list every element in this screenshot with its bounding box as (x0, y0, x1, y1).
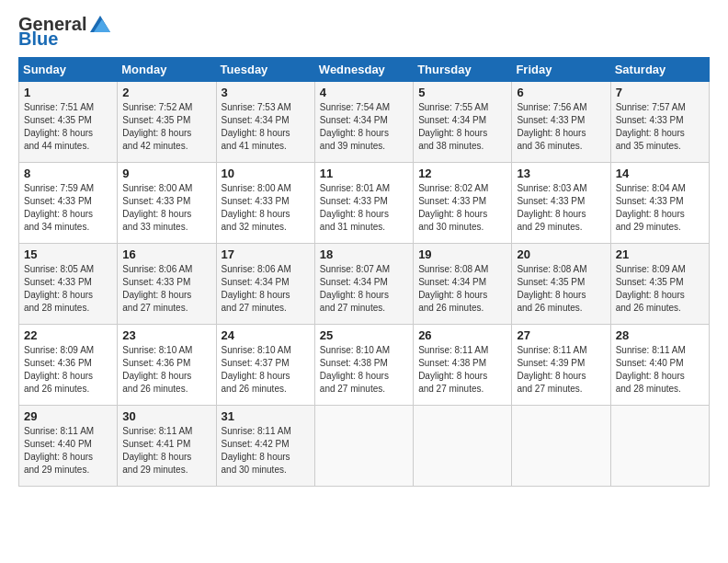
page: General Blue SundayMondayTuesdayWednesda… (0, 0, 728, 563)
calendar-table: SundayMondayTuesdayWednesdayThursdayFrid… (18, 57, 710, 487)
calendar-cell: 26Sunrise: 8:11 AMSunset: 4:38 PMDayligh… (414, 325, 512, 406)
day-info: Sunrise: 8:00 AMSunset: 4:33 PMDaylight:… (122, 183, 192, 232)
day-number: 20 (517, 247, 605, 261)
day-number: 1 (24, 86, 112, 99)
calendar-cell: 23Sunrise: 8:10 AMSunset: 4:36 PMDayligh… (118, 325, 216, 406)
day-number: 7 (616, 86, 704, 99)
calendar-cell: 29Sunrise: 8:11 AMSunset: 4:40 PMDayligh… (19, 406, 118, 487)
day-info: Sunrise: 8:11 AMSunset: 4:41 PMDaylight:… (122, 426, 192, 475)
calendar-cell: 28Sunrise: 8:11 AMSunset: 4:40 PMDayligh… (610, 325, 709, 406)
day-number: 9 (122, 167, 210, 180)
day-number: 3 (222, 86, 310, 99)
day-number: 17 (222, 247, 310, 261)
calendar-week-1: 1Sunrise: 7:51 AMSunset: 4:35 PMDaylight… (19, 82, 710, 163)
day-info: Sunrise: 8:08 AMSunset: 4:35 PMDaylight:… (517, 264, 586, 313)
calendar-cell: 31Sunrise: 8:11 AMSunset: 4:42 PMDayligh… (216, 406, 314, 487)
day-info: Sunrise: 8:04 AMSunset: 4:33 PMDaylight:… (616, 183, 686, 232)
calendar-cell: 22Sunrise: 8:09 AMSunset: 4:36 PMDayligh… (19, 325, 118, 406)
day-info: Sunrise: 8:08 AMSunset: 4:34 PMDaylight:… (418, 264, 488, 313)
day-info: Sunrise: 7:55 AMSunset: 4:34 PMDaylight:… (418, 102, 488, 151)
day-number: 24 (222, 328, 310, 342)
day-info: Sunrise: 8:10 AMSunset: 4:38 PMDaylight:… (320, 345, 390, 394)
day-number: 27 (517, 328, 605, 342)
day-number: 11 (320, 167, 408, 180)
day-info: Sunrise: 8:11 AMSunset: 4:42 PMDaylight:… (222, 426, 291, 475)
day-info: Sunrise: 8:10 AMSunset: 4:37 PMDaylight:… (222, 345, 291, 394)
header-day-monday: Monday (118, 58, 216, 82)
calendar-cell: 7Sunrise: 7:57 AMSunset: 4:33 PMDaylight… (610, 82, 709, 163)
calendar-cell: 1Sunrise: 7:51 AMSunset: 4:35 PMDaylight… (19, 82, 118, 163)
calendar-cell: 2Sunrise: 7:52 AMSunset: 4:35 PMDaylight… (118, 82, 216, 163)
calendar-cell: 6Sunrise: 7:56 AMSunset: 4:33 PMDaylight… (512, 82, 610, 163)
day-info: Sunrise: 8:09 AMSunset: 4:36 PMDaylight:… (24, 345, 94, 394)
calendar-cell (512, 406, 610, 487)
calendar-cell: 19Sunrise: 8:08 AMSunset: 4:34 PMDayligh… (414, 244, 512, 325)
day-info: Sunrise: 8:09 AMSunset: 4:35 PMDaylight:… (616, 264, 686, 313)
calendar-cell: 13Sunrise: 8:03 AMSunset: 4:33 PMDayligh… (512, 163, 610, 244)
day-info: Sunrise: 8:07 AMSunset: 4:34 PMDaylight:… (320, 264, 390, 313)
calendar-week-4: 22Sunrise: 8:09 AMSunset: 4:36 PMDayligh… (19, 325, 710, 406)
calendar-week-2: 8Sunrise: 7:59 AMSunset: 4:33 PMDaylight… (19, 163, 710, 244)
day-number: 6 (517, 86, 605, 99)
day-info: Sunrise: 7:56 AMSunset: 4:33 PMDaylight:… (517, 102, 586, 151)
calendar-cell: 16Sunrise: 8:06 AMSunset: 4:33 PMDayligh… (118, 244, 216, 325)
day-number: 25 (320, 328, 408, 342)
calendar-cell: 17Sunrise: 8:06 AMSunset: 4:34 PMDayligh… (216, 244, 314, 325)
header-day-tuesday: Tuesday (216, 58, 314, 82)
calendar-cell (610, 406, 709, 487)
day-number: 31 (222, 409, 310, 423)
calendar-cell: 27Sunrise: 8:11 AMSunset: 4:39 PMDayligh… (512, 325, 610, 406)
calendar-cell: 10Sunrise: 8:00 AMSunset: 4:33 PMDayligh… (216, 163, 314, 244)
day-number: 30 (122, 409, 210, 423)
day-info: Sunrise: 8:02 AMSunset: 4:33 PMDaylight:… (418, 183, 488, 232)
day-info: Sunrise: 8:11 AMSunset: 4:40 PMDaylight:… (24, 426, 94, 475)
calendar-cell: 30Sunrise: 8:11 AMSunset: 4:41 PMDayligh… (118, 406, 216, 487)
day-number: 4 (320, 86, 408, 99)
calendar-cell: 14Sunrise: 8:04 AMSunset: 4:33 PMDayligh… (610, 163, 709, 244)
day-info: Sunrise: 8:06 AMSunset: 4:33 PMDaylight:… (122, 264, 192, 313)
calendar-cell: 20Sunrise: 8:08 AMSunset: 4:35 PMDayligh… (512, 244, 610, 325)
calendar-cell: 5Sunrise: 7:55 AMSunset: 4:34 PMDaylight… (414, 82, 512, 163)
calendar-week-3: 15Sunrise: 8:05 AMSunset: 4:33 PMDayligh… (19, 244, 710, 325)
day-info: Sunrise: 7:54 AMSunset: 4:34 PMDaylight:… (320, 102, 390, 151)
day-info: Sunrise: 8:11 AMSunset: 4:40 PMDaylight:… (616, 345, 686, 394)
day-number: 21 (616, 247, 704, 261)
header-day-saturday: Saturday (610, 58, 709, 82)
day-number: 19 (418, 247, 506, 261)
day-info: Sunrise: 8:03 AMSunset: 4:33 PMDaylight:… (517, 183, 586, 232)
logo: General Blue (18, 15, 110, 48)
day-number: 12 (418, 167, 506, 180)
calendar-cell: 9Sunrise: 8:00 AMSunset: 4:33 PMDaylight… (118, 163, 216, 244)
header: General Blue (18, 15, 710, 48)
day-number: 22 (24, 328, 112, 342)
day-number: 13 (517, 167, 605, 180)
day-info: Sunrise: 8:10 AMSunset: 4:36 PMDaylight:… (122, 345, 192, 394)
calendar-cell: 21Sunrise: 8:09 AMSunset: 4:35 PMDayligh… (610, 244, 709, 325)
calendar-cell: 18Sunrise: 8:07 AMSunset: 4:34 PMDayligh… (314, 244, 413, 325)
day-number: 10 (222, 167, 310, 180)
day-info: Sunrise: 8:11 AMSunset: 4:39 PMDaylight:… (517, 345, 586, 394)
header-day-thursday: Thursday (414, 58, 512, 82)
header-day-sunday: Sunday (19, 58, 118, 82)
day-info: Sunrise: 7:59 AMSunset: 4:33 PMDaylight:… (24, 183, 94, 232)
day-number: 26 (418, 328, 506, 342)
day-info: Sunrise: 8:11 AMSunset: 4:38 PMDaylight:… (418, 345, 488, 394)
calendar-cell: 24Sunrise: 8:10 AMSunset: 4:37 PMDayligh… (216, 325, 314, 406)
day-number: 16 (122, 247, 210, 261)
day-number: 2 (122, 86, 210, 99)
day-number: 29 (24, 409, 112, 423)
day-number: 28 (616, 328, 704, 342)
calendar-cell: 8Sunrise: 7:59 AMSunset: 4:33 PMDaylight… (19, 163, 118, 244)
day-info: Sunrise: 8:01 AMSunset: 4:33 PMDaylight:… (320, 183, 390, 232)
day-info: Sunrise: 8:00 AMSunset: 4:33 PMDaylight:… (222, 183, 291, 232)
day-info: Sunrise: 7:52 AMSunset: 4:35 PMDaylight:… (122, 102, 192, 151)
header-day-wednesday: Wednesday (314, 58, 413, 82)
day-number: 5 (418, 86, 506, 99)
calendar-cell: 15Sunrise: 8:05 AMSunset: 4:33 PMDayligh… (19, 244, 118, 325)
calendar-week-5: 29Sunrise: 8:11 AMSunset: 4:40 PMDayligh… (19, 406, 710, 487)
logo-blue: Blue (18, 29, 110, 48)
calendar-header-row: SundayMondayTuesdayWednesdayThursdayFrid… (19, 58, 710, 82)
calendar-cell: 25Sunrise: 8:10 AMSunset: 4:38 PMDayligh… (314, 325, 413, 406)
day-info: Sunrise: 7:53 AMSunset: 4:34 PMDaylight:… (222, 102, 291, 151)
day-info: Sunrise: 8:06 AMSunset: 4:34 PMDaylight:… (222, 264, 291, 313)
